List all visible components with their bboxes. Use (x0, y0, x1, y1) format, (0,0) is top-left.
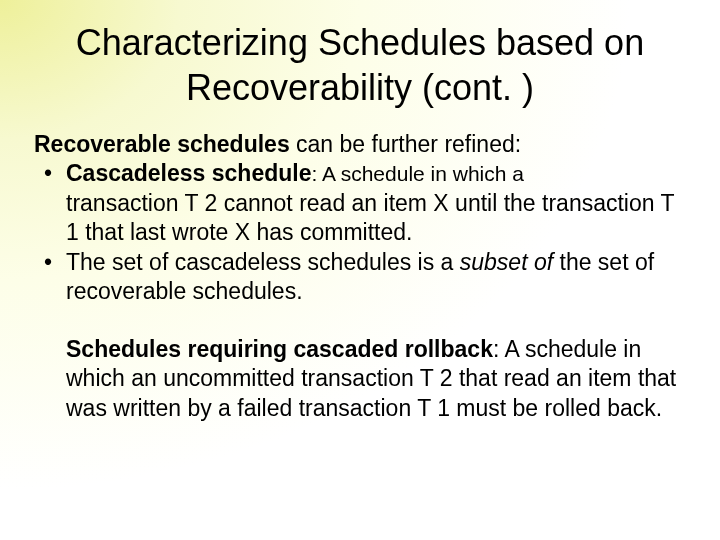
intro-bold: Recoverable schedules (34, 131, 290, 157)
bullet-1: Cascadeless schedule: A schedule in whic… (34, 159, 686, 188)
para2-term: Schedules requiring cascaded rollback (66, 336, 493, 362)
slide: Characterizing Schedules based on Recove… (0, 0, 720, 540)
bullet-2: The set of cascadeless schedules is a su… (34, 248, 686, 307)
slide-body: Recoverable schedules can be further ref… (34, 130, 686, 423)
bullet2-italic: subset of (460, 249, 560, 275)
intro-line: Recoverable schedules can be further ref… (34, 130, 686, 159)
paragraph-2: Schedules requiring cascaded rollback: A… (34, 335, 686, 423)
intro-rest: can be further refined: (290, 131, 521, 157)
bullet-list: Cascadeless schedule: A schedule in whic… (34, 159, 686, 188)
bullet1-continuation: transaction T 2 cannot read an item X un… (34, 189, 686, 248)
bullet1-def-small: A schedule in which a (322, 162, 524, 185)
bullet2-a: The set of cascadeless schedules is a (66, 249, 460, 275)
slide-title: Characterizing Schedules based on Recove… (34, 20, 686, 110)
bullet1-term: Cascadeless schedule (66, 160, 311, 186)
bullet-list-2: The set of cascadeless schedules is a su… (34, 248, 686, 307)
bullet1-colon: : (311, 162, 322, 185)
